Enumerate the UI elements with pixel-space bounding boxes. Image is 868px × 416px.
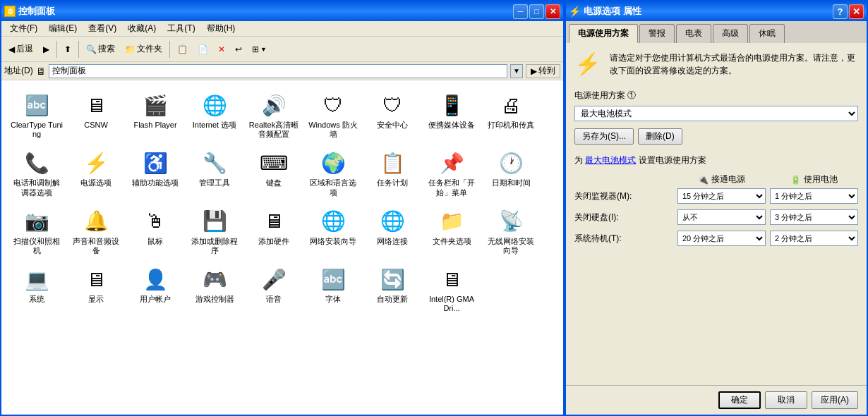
menu-file[interactable]: 文件(F) xyxy=(4,21,43,36)
cp-icon-item[interactable]: 🔤 字体 xyxy=(305,262,361,317)
hd-plugged-select[interactable]: 从不 3 分钟之后 5 分钟之后 10 分钟之后 xyxy=(677,209,766,225)
cp-icon-item[interactable]: 🖥 显示 xyxy=(68,262,124,317)
cp-icon-item[interactable]: 🎮 游戏控制器 xyxy=(186,262,243,317)
delete-scheme-button[interactable]: 删除(D) xyxy=(638,128,682,145)
cp-icon-item[interactable]: 🌍 区域和语言选项 xyxy=(305,145,361,200)
cp-icon-item[interactable]: 🎬 Flash Player xyxy=(127,87,183,142)
icon-label-13: 键盘 xyxy=(266,178,282,188)
go-button[interactable]: ▶ 转到 xyxy=(526,64,560,78)
cp-icon-item[interactable]: ⌨ 键盘 xyxy=(246,145,302,200)
menu-help[interactable]: 帮助(H) xyxy=(201,21,241,36)
cp-icon-item[interactable]: 🖨 打印机和传真 xyxy=(483,87,539,142)
dlg-power-icon: ⚡ xyxy=(574,51,603,80)
icon-label-23: 网络安装向导 xyxy=(310,237,356,246)
cp-icon-item[interactable]: 🌐 网络安装向导 xyxy=(305,204,361,259)
ok-button[interactable]: 确定 xyxy=(718,391,761,409)
icon-label-4: Realtek高清晰音频配置 xyxy=(248,121,300,139)
standby-plugged-select[interactable]: 20 分钟之后 从不 1 分钟之后 5 分钟之后 10 分钟之后 30 分钟之后 xyxy=(677,231,766,246)
cp-icon-item[interactable]: 🔊 Realtek高清晰音频配置 xyxy=(246,87,302,142)
cp-icon-item[interactable]: 📌 任务栏和「开始」菜单 xyxy=(423,145,480,200)
icon-label-32: 字体 xyxy=(325,295,341,304)
cp-toolbar: ◀ 后退 ▶ ⬆ 🔍 搜索 📁 文件夹 📋 📄 ✕ ↩ xyxy=(1,37,563,62)
scheme-settings-link[interactable]: 最大电池模式 xyxy=(585,155,636,165)
toolbar-separator-3 xyxy=(169,41,170,58)
cp-icon-item[interactable]: 📡 无线网络安装向导 xyxy=(483,204,539,259)
cp-icon-item[interactable]: 🔄 自动更新 xyxy=(364,262,421,317)
cp-icon-item[interactable]: 🎤 语音 xyxy=(246,262,302,317)
cp-icon-item[interactable]: 🖥 Intel(R) GMA Dri... xyxy=(423,262,480,317)
folders-button[interactable]: 📁 文件夹 xyxy=(121,39,167,59)
up-button[interactable]: ⬆ xyxy=(60,39,76,59)
icon-label-19: 声音和音频设备 xyxy=(70,237,122,255)
cp-icon-item[interactable]: ⚡ 电源选项 xyxy=(68,145,124,200)
cp-icon-item[interactable]: 📁 文件夹选项 xyxy=(423,204,480,259)
back-button[interactable]: ◀ 后退 xyxy=(4,39,37,59)
tab-meter[interactable]: 电表 xyxy=(676,24,711,43)
icon-label-14: 区域和语言选项 xyxy=(307,178,359,197)
cp-icon-item[interactable]: 💻 系统 xyxy=(8,262,65,317)
go-label: 转到 xyxy=(538,65,555,77)
tab-advanced[interactable]: 高级 xyxy=(713,24,748,43)
monitor-battery-select[interactable]: 1 分钟之后 从不 2 分钟之后 3 分钟之后 5 分钟之后 xyxy=(770,188,858,204)
cp-icon-item[interactable]: 🖱 鼠标 xyxy=(127,204,183,259)
tab-power-scheme[interactable]: 电源使用方案 xyxy=(569,24,638,43)
cp-icon-item[interactable]: 🔔 声音和音频设备 xyxy=(68,204,124,259)
menu-tools[interactable]: 工具(T) xyxy=(162,21,200,36)
undo-icon: ↩ xyxy=(235,44,242,54)
dlg-scheme-select-row: 最大电池模式 xyxy=(574,106,858,121)
address-input[interactable] xyxy=(49,64,507,78)
cp-icon-item[interactable]: 🖥 添加硬件 xyxy=(246,204,302,259)
monitor-label: 关闭监视器(M): xyxy=(574,190,673,202)
hd-battery-select[interactable]: 3 分钟之后 从不 1 分钟之后 5 分钟之后 xyxy=(770,209,858,225)
cp-icon-item[interactable]: 🌐 Internet 选项 xyxy=(186,87,243,142)
cp-icon-item[interactable]: 👤 用户帐户 xyxy=(127,262,183,317)
cp-maximize-button[interactable]: □ xyxy=(529,4,544,19)
cp-icon-item[interactable]: 🛡 安全中心 xyxy=(364,87,421,142)
cp-icon-item[interactable]: 📱 便携媒体设备 xyxy=(423,87,480,142)
menu-favorites[interactable]: 收藏(A) xyxy=(122,21,162,36)
cp-icon-item[interactable]: 🔤 ClearType Tuning xyxy=(8,87,65,142)
dlg-tabs: 电源使用方案 警报 电表 高级 休眠 xyxy=(566,21,867,43)
search-button[interactable]: 🔍 搜索 xyxy=(82,39,119,59)
dlg-close-button[interactable]: ✕ xyxy=(849,4,864,19)
menu-edit[interactable]: 编辑(E) xyxy=(43,21,83,36)
cp-close-button[interactable]: ✕ xyxy=(545,4,560,19)
cp-menu-bar: 文件(F) 编辑(E) 查看(V) 收藏(A) 工具(T) 帮助(H) xyxy=(1,21,563,37)
save-scheme-button[interactable]: 另存为(S)... xyxy=(574,128,634,145)
cp-icon-item[interactable]: 🕐 日期和时间 xyxy=(483,145,539,200)
cp-icon-item[interactable]: 💾 添加或删除程序 xyxy=(186,204,243,259)
apply-button[interactable]: 应用(A) xyxy=(812,391,858,409)
monitor-plugged-select[interactable]: 15 分钟之后 从不 1 分钟之后 5 分钟之后 10 分钟之后 20 分钟之后… xyxy=(677,188,766,204)
undo-button[interactable]: ↩ xyxy=(231,39,246,59)
cancel-button[interactable]: 取消 xyxy=(765,391,807,409)
view-button[interactable]: ⊞ ▼ xyxy=(248,39,271,59)
address-dropdown-button[interactable]: ▼ xyxy=(510,64,523,78)
up-arrow-icon: ⬆ xyxy=(64,44,71,54)
cp-icon-item[interactable]: 📋 任务计划 xyxy=(364,145,421,200)
copy-button[interactable]: 📋 xyxy=(173,39,192,59)
icon-image-24: 🌐 xyxy=(378,207,406,235)
icon-label-7: 便携媒体设备 xyxy=(428,121,475,130)
icon-image-13: ⌨ xyxy=(260,149,288,177)
standby-battery-combo: 2 分钟之后 从不 1 分钟之后 3 分钟之后 5 分钟之后 xyxy=(770,231,858,246)
menu-view[interactable]: 查看(V) xyxy=(83,21,122,36)
cp-icon-item[interactable]: ♿ 辅助功能选项 xyxy=(127,145,183,200)
dlg-help-button[interactable]: ? xyxy=(833,4,848,19)
cp-icon-item[interactable]: 🛡 Windows 防火墙 xyxy=(305,87,361,142)
delete-button[interactable]: ✕ xyxy=(214,39,229,59)
paste-button[interactable]: 📄 xyxy=(193,39,212,59)
tab-alarms[interactable]: 警报 xyxy=(639,24,675,43)
tab-hibernate[interactable]: 休眠 xyxy=(749,24,785,43)
icon-label-33: 自动更新 xyxy=(377,295,408,304)
cp-minimize-button[interactable]: ─ xyxy=(513,4,528,19)
back-label: 后退 xyxy=(16,43,33,55)
dlg-description-row: ⚡ 请选定对于您使用计算机方式最适合的电源使用方案。请注意，更改下面的设置将修改… xyxy=(574,51,858,80)
cp-icon-item[interactable]: 🖥 CSNW xyxy=(68,87,124,142)
power-scheme-select[interactable]: 最大电池模式 xyxy=(574,106,858,121)
cp-icon-item[interactable]: 🌐 网络连接 xyxy=(364,204,421,259)
forward-button[interactable]: ▶ xyxy=(39,39,54,59)
cp-icon-item[interactable]: 📞 电话和调制解调器选项 xyxy=(8,145,65,200)
cp-icon-item[interactable]: 🔧 管理工具 xyxy=(186,145,243,200)
standby-battery-select[interactable]: 2 分钟之后 从不 1 分钟之后 3 分钟之后 5 分钟之后 xyxy=(770,231,858,246)
cp-icon-item[interactable]: 📷 扫描仪和照相机 xyxy=(8,204,65,259)
